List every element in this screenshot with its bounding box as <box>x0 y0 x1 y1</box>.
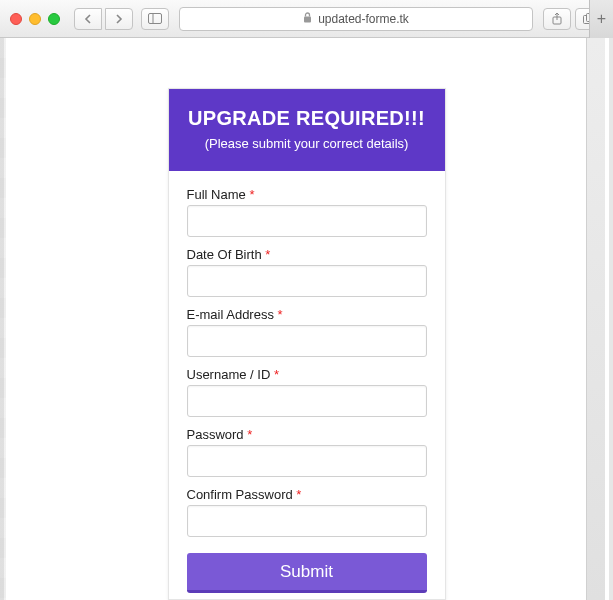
upgrade-form-card: UPGRADE REQUIRED!!! (Please submit your … <box>168 88 446 600</box>
submit-button[interactable]: Submit <box>187 553 427 593</box>
form-subtitle: (Please submit your correct details) <box>179 136 435 151</box>
label-email: E-mail Address * <box>187 307 427 322</box>
input-username[interactable] <box>187 385 427 417</box>
share-button[interactable] <box>543 8 571 30</box>
label-confirm-password: Confirm Password * <box>187 487 427 502</box>
close-window-button[interactable] <box>10 13 22 25</box>
input-confirm-password[interactable] <box>187 505 427 537</box>
field-password: Password * <box>187 427 427 477</box>
lock-icon <box>303 12 312 25</box>
label-username: Username / ID * <box>187 367 427 382</box>
label-password: Password * <box>187 427 427 442</box>
window-controls <box>10 13 60 25</box>
maximize-window-button[interactable] <box>48 13 60 25</box>
url-bar[interactable]: updated-forme.tk <box>179 7 533 31</box>
label-fullname: Full Name * <box>187 187 427 202</box>
new-tab-button[interactable]: + <box>589 0 613 38</box>
field-email: E-mail Address * <box>187 307 427 357</box>
form-title: UPGRADE REQUIRED!!! <box>179 107 435 130</box>
form-body: Full Name * Date Of Birth * E-mail Addre… <box>169 171 445 600</box>
svg-rect-2 <box>304 17 311 23</box>
field-confirm-password: Confirm Password * <box>187 487 427 537</box>
form-header: UPGRADE REQUIRED!!! (Please submit your … <box>169 89 445 171</box>
page-content: UPGRADE REQUIRED!!! (Please submit your … <box>0 38 613 600</box>
input-email[interactable] <box>187 325 427 357</box>
input-password[interactable] <box>187 445 427 477</box>
field-username: Username / ID * <box>187 367 427 417</box>
input-dob[interactable] <box>187 265 427 297</box>
forward-button[interactable] <box>105 8 133 30</box>
field-fullname: Full Name * <box>187 187 427 237</box>
minimize-window-button[interactable] <box>29 13 41 25</box>
url-text: updated-forme.tk <box>318 12 409 26</box>
svg-rect-0 <box>149 14 162 24</box>
sidebar-toggle-button[interactable] <box>141 8 169 30</box>
browser-toolbar: updated-forme.tk + <box>0 0 613 38</box>
input-fullname[interactable] <box>187 205 427 237</box>
back-button[interactable] <box>74 8 102 30</box>
left-window-edge <box>0 38 6 600</box>
field-dob: Date Of Birth * <box>187 247 427 297</box>
label-dob: Date Of Birth * <box>187 247 427 262</box>
navigation-buttons <box>74 8 133 30</box>
